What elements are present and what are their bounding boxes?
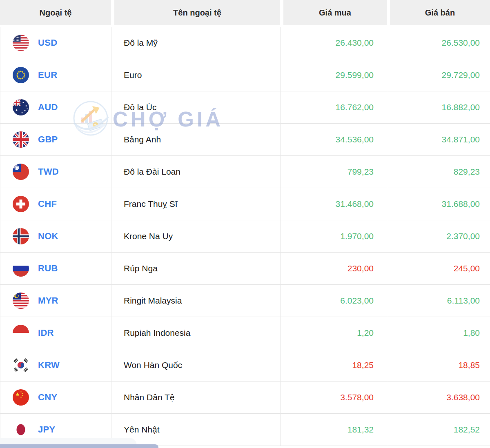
taiwan-flag-icon xyxy=(13,164,29,180)
currency-cell: MYR xyxy=(0,285,111,317)
currency-cell-content: IDR xyxy=(0,325,111,341)
column-header-sell-price: Giá bán xyxy=(387,0,490,27)
usa-flag-icon xyxy=(13,35,29,51)
table-row: KRWWon Hàn Quốc18,2518,85 xyxy=(0,349,490,381)
sell-price-cell: 34.871,00 xyxy=(387,124,490,156)
buy-price-cell: 181,32 xyxy=(280,414,387,446)
currency-code-link[interactable]: TWD xyxy=(38,166,59,177)
currency-code-link[interactable]: CHF xyxy=(38,199,57,209)
currency-name: Nhân Dân Tệ xyxy=(111,381,280,414)
currency-cell: NOK xyxy=(0,220,111,253)
sell-price-value: 29.729,00 xyxy=(387,70,490,80)
currency-cell-content: CHF xyxy=(0,196,111,212)
sell-price-value: 16.882,00 xyxy=(387,102,490,112)
bottom-sheet-handle[interactable] xyxy=(0,444,158,448)
table-row: GBPBảng Anh34.536,0034.871,00 xyxy=(0,124,490,156)
buy-price-cell: 1,20 xyxy=(280,317,387,349)
currency-code-link[interactable]: USD xyxy=(38,38,57,48)
buy-price-value: 1,20 xyxy=(281,328,387,338)
currency-cell-content: JPY xyxy=(0,421,111,438)
currency-cell-content: KRW xyxy=(0,357,111,373)
currency-code-link[interactable]: CNY xyxy=(38,392,57,403)
sell-price-value: 182,52 xyxy=(387,425,490,435)
currency-name: Krone Na Uy xyxy=(111,220,280,253)
buy-price-cell: 3.578,00 xyxy=(280,381,387,414)
currency-name: Ringit Malaysia xyxy=(111,285,280,317)
buy-price-cell: 1.970,00 xyxy=(280,220,387,253)
currency-cell: AUD xyxy=(0,91,111,124)
sell-price-cell: 16.882,00 xyxy=(387,91,490,124)
currency-name: Đô la Đài Loan xyxy=(111,156,280,188)
table-row: MYRRingit Malaysia6.023,006.113,00 xyxy=(0,285,490,317)
norway-flag-icon xyxy=(13,228,29,244)
currency-cell: GBP xyxy=(0,124,111,156)
buy-price-value: 181,32 xyxy=(281,425,387,435)
table-body: USDĐô la Mỹ26.430,0026.530,00EUREuro29.5… xyxy=(0,27,490,446)
table-row: AUDĐô la Úc16.762,0016.882,00 xyxy=(0,91,490,124)
sell-price-cell: 2.370,00 xyxy=(387,220,490,253)
currency-code-link[interactable]: AUD xyxy=(38,102,58,113)
buy-price-cell: 230,00 xyxy=(280,253,387,285)
indonesia-flag-icon xyxy=(13,325,29,341)
buy-price-value: 6.023,00 xyxy=(281,296,387,306)
currency-name: Franc Thuỵ Sĩ xyxy=(111,188,280,220)
sell-price-value: 3.638,00 xyxy=(387,393,490,402)
currency-code-link[interactable]: EUR xyxy=(38,70,57,80)
sell-price-cell: 31.688,00 xyxy=(387,188,490,220)
exchange-rates-page: Ngoại tệ Tên ngoại tệ Giá mua Giá bán US… xyxy=(0,0,490,448)
china-flag-icon xyxy=(13,389,29,406)
buy-price-cell: 34.536,00 xyxy=(280,124,387,156)
currency-name: Đô la Mỹ xyxy=(111,27,280,59)
currency-code-link[interactable]: RUB xyxy=(38,263,58,274)
sell-price-value: 18,85 xyxy=(387,360,490,370)
buy-price-value: 230,00 xyxy=(281,264,387,273)
currency-code-link[interactable]: JPY xyxy=(38,424,55,435)
currency-cell-content: AUD xyxy=(0,99,111,115)
uk-flag-icon xyxy=(13,131,29,148)
australia-flag-icon xyxy=(13,99,29,115)
buy-price-value: 16.762,00 xyxy=(281,102,387,112)
currency-cell: RUB xyxy=(0,253,111,285)
sell-price-cell: 829,23 xyxy=(387,156,490,188)
currency-code-link[interactable]: KRW xyxy=(38,360,60,370)
sell-price-value: 6.113,00 xyxy=(387,296,490,306)
sell-price-cell: 29.729,00 xyxy=(387,59,490,91)
table-row: EUREuro29.599,0029.729,00 xyxy=(0,59,490,91)
buy-price-cell: 29.599,00 xyxy=(280,59,387,91)
eu-flag-icon xyxy=(13,67,29,83)
sell-price-value: 26.530,00 xyxy=(387,38,490,48)
buy-price-cell: 18,25 xyxy=(280,349,387,381)
japan-flag-icon xyxy=(13,421,29,438)
column-header-currency-name: Tên ngoại tệ xyxy=(111,0,280,27)
currency-code-link[interactable]: MYR xyxy=(38,295,58,306)
buy-price-cell: 26.430,00 xyxy=(280,27,387,59)
buy-price-cell: 16.762,00 xyxy=(280,91,387,124)
table-row: RUBRúp Nga230,00245,00 xyxy=(0,253,490,285)
table-row: TWDĐô la Đài Loan799,23829,23 xyxy=(0,156,490,188)
sell-price-value: 34.871,00 xyxy=(387,135,490,144)
buy-price-value: 31.468,00 xyxy=(281,199,387,209)
column-header-currency: Ngoại tệ xyxy=(0,0,111,27)
currency-cell-content: EUR xyxy=(0,67,111,83)
currency-name: Won Hàn Quốc xyxy=(111,349,280,381)
exchange-rate-table: Ngoại tệ Tên ngoại tệ Giá mua Giá bán US… xyxy=(0,0,490,446)
buy-price-value: 799,23 xyxy=(281,167,387,177)
buy-price-cell: 31.468,00 xyxy=(280,188,387,220)
currency-cell: KRW xyxy=(0,349,111,381)
currency-code-link[interactable]: NOK xyxy=(38,231,58,242)
sell-price-cell: 18,85 xyxy=(387,349,490,381)
sell-price-cell: 182,52 xyxy=(387,414,490,446)
currency-code-link[interactable]: IDR xyxy=(38,328,54,338)
currency-cell: IDR xyxy=(0,317,111,349)
malaysia-flag-icon xyxy=(13,293,29,309)
table-row: NOKKrone Na Uy1.970,002.370,00 xyxy=(0,220,490,253)
sell-price-value: 31.688,00 xyxy=(387,199,490,209)
sell-price-cell: 3.638,00 xyxy=(387,381,490,414)
currency-cell-content: RUB xyxy=(0,260,111,277)
buy-price-value: 1.970,00 xyxy=(281,231,387,241)
column-header-buy-price: Giá mua xyxy=(280,0,387,27)
currency-cell-content: MYR xyxy=(0,293,111,309)
currency-cell-content: TWD xyxy=(0,164,111,180)
currency-code-link[interactable]: GBP xyxy=(38,134,58,145)
currency-name: Rupiah Indonesia xyxy=(111,317,280,349)
